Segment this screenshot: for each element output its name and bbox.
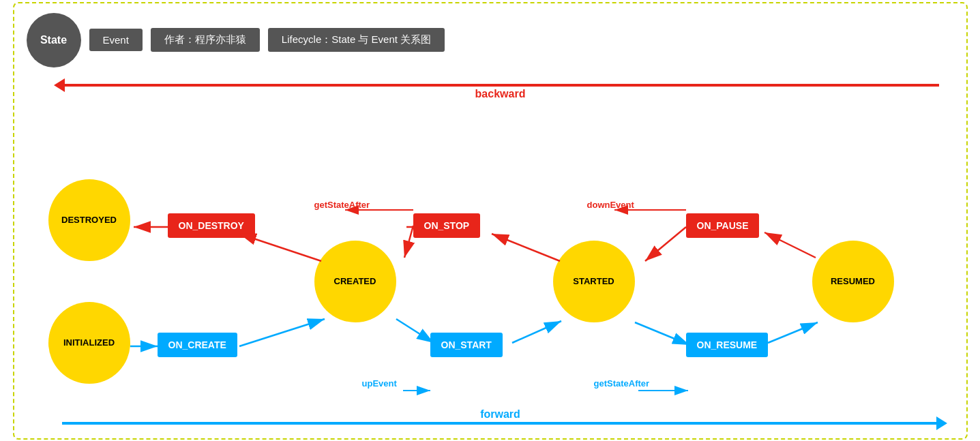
- author-legend: 作者：程序亦非猿: [151, 28, 260, 52]
- label-getStateAfter-blue: getStateAfter: [594, 378, 650, 389]
- diagram-area: backward forward DESTROYED INITIALIZED C…: [21, 77, 960, 431]
- svg-line-18: [635, 322, 689, 345]
- svg-line-8: [492, 234, 560, 261]
- state-legend: State: [27, 13, 81, 67]
- event-on-pause: ON_PAUSE: [686, 213, 760, 238]
- backward-label: backward: [475, 88, 526, 100]
- event-legend: Event: [89, 29, 143, 51]
- label-upEvent: upEvent: [362, 378, 397, 389]
- state-created: CREATED: [314, 241, 396, 322]
- svg-line-15: [396, 319, 434, 343]
- state-resumed: RESUMED: [812, 241, 894, 322]
- event-on-create: ON_CREATE: [158, 333, 237, 357]
- diagram-container: State Event 作者：程序亦非猿 Lifecycle：State 与 E…: [13, 2, 968, 440]
- svg-line-20: [768, 322, 818, 343]
- event-on-resume: ON_RESUME: [686, 333, 769, 357]
- svg-line-9: [645, 227, 686, 261]
- state-destroyed: DESTROYED: [48, 179, 130, 261]
- event-on-destroy: ON_DESTROY: [168, 213, 255, 238]
- forward-arrow-line: [62, 422, 939, 425]
- svg-line-5: [239, 234, 321, 261]
- label-downEvent: downEvent: [587, 200, 634, 210]
- svg-line-17: [512, 321, 561, 343]
- event-on-start: ON_START: [430, 333, 503, 357]
- label-getStateAfter-red: getStateAfter: [314, 200, 370, 210]
- arrows-svg: [21, 77, 960, 431]
- svg-line-14: [239, 319, 325, 346]
- forward-arrow-container: forward: [62, 408, 939, 425]
- legend: State Event 作者：程序亦非猿 Lifecycle：State 与 E…: [21, 10, 960, 70]
- event-on-stop: ON_STOP: [413, 213, 481, 238]
- forward-label: forward: [480, 408, 520, 421]
- backward-arrow-container: backward: [62, 84, 939, 100]
- title-legend: Lifecycle：State 与 Event 关系图: [268, 28, 445, 52]
- state-started: STARTED: [553, 241, 635, 322]
- backward-arrow-line: [62, 84, 939, 87]
- state-initialized: INITIALIZED: [48, 302, 130, 384]
- svg-line-7: [404, 226, 413, 258]
- svg-line-10: [764, 232, 816, 258]
